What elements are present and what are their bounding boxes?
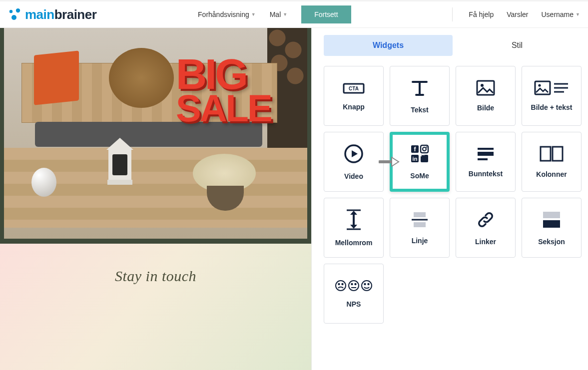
svg-point-41 (364, 284, 365, 285)
widget-label: Tekst (411, 106, 429, 114)
center-nav: Forhåndsvisning ▼ Mal ▼ Fortsett (198, 5, 351, 23)
svg-rect-24 (541, 147, 551, 161)
svg-point-42 (368, 284, 369, 285)
cta-icon: CTA (343, 81, 365, 95)
widget-line[interactable]: Linje (390, 198, 450, 258)
chevron-down-icon: ▼ (283, 12, 287, 17)
panel-tabs: Widgets Stil (324, 35, 582, 56)
workspace: BIG SALE Stay in touch Widgets Stil CTA … (0, 28, 588, 370)
widgets-grid: CTA Knapp Tekst Bilde Bilde (324, 66, 582, 324)
svg-point-37 (351, 284, 352, 285)
svg-point-8 (538, 84, 541, 86)
widget-label: Linje (412, 237, 428, 245)
svg-point-2 (11, 15, 16, 20)
widget-label: Kolonner (536, 170, 567, 178)
svg-rect-28 (414, 212, 426, 217)
nav-help[interactable]: Få hjelp (469, 10, 494, 18)
topbar: mainbrainer Forhåndsvisning ▼ Mal ▼ Fort… (0, 0, 588, 28)
link-icon (476, 210, 496, 230)
svg-point-40 (362, 281, 372, 291)
continue-button[interactable]: Fortsett (301, 5, 351, 23)
spacer-icon (345, 209, 363, 231)
svg-point-35 (342, 284, 343, 285)
svg-point-0 (9, 10, 12, 13)
svg-text:CTA: CTA (349, 86, 359, 91)
logo[interactable]: mainbrainer (8, 7, 96, 22)
chevron-down-icon: ▼ (251, 12, 256, 17)
svg-rect-5 (477, 81, 494, 95)
widget-some[interactable]: f in SoMe (390, 132, 450, 192)
nav-template-label: Mal (270, 10, 281, 18)
widget-label: SoMe (410, 172, 429, 180)
nav-preview-label: Forhåndsvisning (198, 10, 249, 18)
text-icon (410, 78, 430, 98)
widget-label: Seksjon (538, 238, 565, 246)
widget-columns[interactable]: Kolonner (522, 132, 582, 192)
svg-point-36 (349, 281, 359, 291)
svg-point-16 (423, 147, 426, 151)
widget-label: NPS (347, 300, 361, 308)
nav-preview[interactable]: Forhåndsvisning ▼ (198, 5, 256, 23)
nav-template[interactable]: Mal ▼ (270, 5, 287, 23)
line-icon (410, 211, 430, 229)
image-text-icon (534, 80, 569, 95)
tab-widgets[interactable]: Widgets (324, 35, 453, 56)
nav-user[interactable]: Username ▼ (541, 10, 580, 18)
svg-rect-30 (414, 222, 426, 227)
svg-point-6 (481, 84, 484, 87)
svg-point-1 (16, 8, 20, 12)
widget-label: Bunntekst (469, 170, 503, 178)
logo-dots-icon (8, 8, 22, 20)
right-panel: Widgets Stil CTA Knapp Tekst Bilde (311, 28, 588, 370)
chevron-down-icon: ▼ (576, 12, 580, 17)
insert-arrow-icon (379, 156, 400, 168)
big-sale-graphic: BIG SALE (176, 56, 271, 125)
svg-rect-25 (553, 147, 563, 161)
widget-label: Video (344, 172, 363, 180)
widget-video[interactable]: Video (324, 132, 384, 192)
widget-text[interactable]: Tekst (390, 66, 450, 126)
widget-image[interactable]: Bilde (456, 66, 516, 126)
nps-icon (335, 279, 373, 292)
svg-rect-31 (543, 212, 560, 218)
svg-point-33 (336, 281, 346, 291)
widget-label: Bilde + tekst (531, 103, 573, 111)
preview-frame: BIG SALE (0, 28, 311, 244)
widget-footer[interactable]: Bunntekst (456, 132, 516, 192)
widget-image-text[interactable]: Bilde + tekst (522, 66, 582, 126)
brand-text: mainbrainer (25, 7, 96, 22)
stay-in-touch-heading: Stay in touch (115, 268, 196, 370)
columns-icon (539, 145, 564, 162)
stay-in-touch-section[interactable]: Stay in touch (0, 244, 311, 370)
canvas[interactable]: BIG SALE Stay in touch (0, 28, 311, 370)
svg-rect-20 (421, 155, 428, 162)
section-icon (541, 210, 563, 230)
widget-nps[interactable]: NPS (324, 264, 384, 324)
widget-label: Knapp (343, 103, 365, 111)
nav-user-label: Username (541, 10, 574, 18)
widget-label: Linker (475, 238, 496, 246)
video-icon (343, 143, 364, 164)
widget-button[interactable]: CTA Knapp (324, 66, 384, 126)
right-nav: Få hjelp Varsler Username ▼ (452, 7, 580, 21)
image-icon (476, 80, 495, 96)
widget-label: Bilde (477, 104, 494, 112)
footer-icon (476, 146, 496, 162)
svg-point-17 (426, 146, 427, 147)
widget-links[interactable]: Linker (456, 198, 516, 258)
nav-alerts[interactable]: Varsler (507, 10, 528, 18)
divider (452, 7, 453, 21)
tab-style[interactable]: Stil (453, 35, 582, 56)
widget-label: Mellomrom (335, 239, 373, 247)
svg-rect-32 (543, 220, 560, 228)
widget-section[interactable]: Seksjon (522, 198, 582, 258)
svg-text:in: in (413, 156, 418, 162)
svg-rect-15 (421, 145, 428, 153)
svg-point-34 (338, 284, 339, 285)
social-icon: f in (410, 144, 430, 164)
widget-spacer[interactable]: Mellomrom (324, 198, 384, 258)
svg-point-38 (355, 284, 356, 285)
hero-image: BIG SALE (4, 28, 307, 239)
